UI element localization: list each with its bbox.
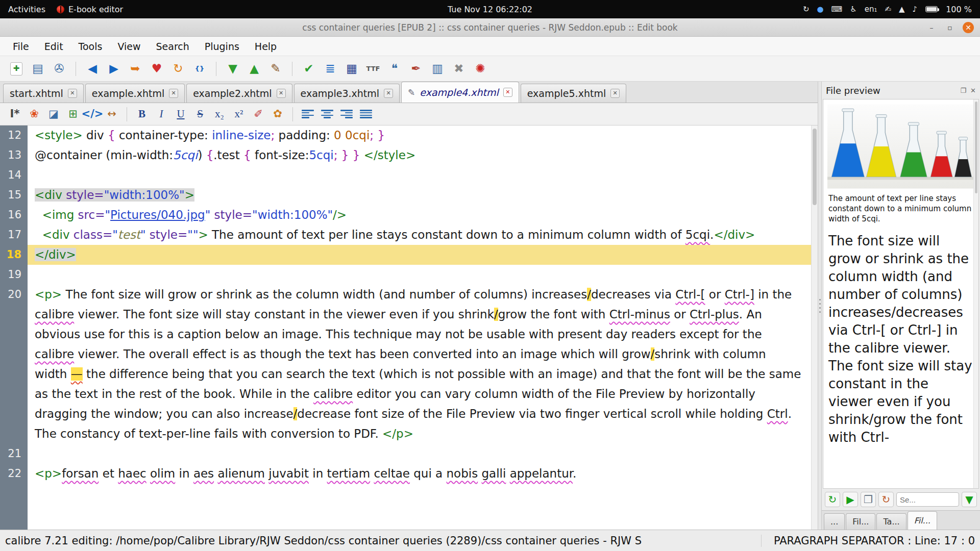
donate-button[interactable]: ♥	[148, 60, 166, 78]
detach-preview-button[interactable]: ❐	[861, 492, 876, 507]
tab-close-icon[interactable]: ✕	[384, 89, 393, 98]
dock-tab-[interactable]: ...	[824, 513, 845, 530]
refresh-preview-button[interactable]: ↻	[825, 492, 840, 507]
clock[interactable]: Tue Nov 12 06:22:02	[448, 5, 532, 14]
braces-button[interactable]: {}	[190, 60, 209, 78]
menu-tools[interactable]: Tools	[71, 37, 110, 56]
italic-button[interactable]: I	[153, 106, 170, 122]
tab-close-icon[interactable]: ✕	[610, 89, 620, 98]
preview-scrollbar[interactable]	[973, 99, 978, 488]
next-change-button[interactable]: ▼	[224, 60, 242, 78]
code-line[interactable]: 20<p> The font size will grow or shrink …	[0, 285, 811, 444]
beautify-button[interactable]: ≣	[321, 60, 339, 78]
dock-tab-Fil[interactable]: Fil...	[846, 513, 875, 530]
code-line[interactable]: 17 <div class="test" style=""> The amoun…	[0, 225, 811, 245]
keyboard-layout-label[interactable]: en₁	[865, 5, 877, 14]
run-preview-button[interactable]: ▶	[843, 492, 858, 507]
input-method-icon[interactable]: ✍	[885, 5, 891, 14]
bold-button[interactable]: B	[133, 106, 151, 122]
panel-splitter[interactable]	[818, 82, 822, 530]
goto-button[interactable]: ➥	[126, 60, 144, 78]
tab-start.xhtml[interactable]: start.xhtml✕	[3, 84, 84, 103]
editor-scrollbar[interactable]	[811, 126, 818, 530]
activities-button[interactable]: Activities	[8, 5, 45, 14]
keyboard-icon[interactable]: ⌨	[831, 5, 843, 14]
menu-file[interactable]: File	[5, 37, 37, 56]
wifi-icon[interactable]: ▲	[899, 5, 905, 14]
align-center-button[interactable]	[318, 106, 336, 122]
smart-quotes-button[interactable]: ❝	[385, 60, 404, 78]
tab-example5.xhtml[interactable]: example5.xhtml✕	[521, 84, 626, 103]
dock-tab-Fil[interactable]: Fil...	[908, 511, 937, 530]
code-line[interactable]: 13@container (min-width:5cqi) {.test { f…	[0, 145, 811, 165]
insert-table-button[interactable]: ⊞	[64, 106, 82, 122]
align-right-button[interactable]	[338, 106, 355, 122]
volume-icon[interactable]: ♪	[913, 5, 918, 14]
arrows-button[interactable]: ↔	[103, 106, 120, 122]
minimize-button[interactable]: –	[926, 22, 937, 33]
tab-example4.xhtml[interactable]: ✎example4.xhtml✕	[401, 82, 519, 103]
subscript-button[interactable]: x₂	[211, 106, 228, 122]
code-editor[interactable]: 12<style> div { container-type: inline-s…	[0, 126, 818, 530]
dock-tab-Ta[interactable]: Ta...	[876, 513, 906, 530]
tab-close-icon[interactable]: ✕	[277, 89, 286, 98]
menu-view[interactable]: View	[110, 37, 148, 56]
tab-close-icon[interactable]: ✕	[68, 89, 77, 98]
palette-button[interactable]: ✿	[269, 106, 286, 122]
tab-close-icon[interactable]: ✕	[503, 88, 512, 97]
close-preview-icon[interactable]: ✕	[970, 87, 976, 94]
preview-search-input[interactable]	[896, 492, 959, 507]
code-line[interactable]: 19	[0, 265, 811, 285]
back-button[interactable]: ◀	[83, 60, 102, 78]
new-file-button[interactable]: ✚	[7, 60, 26, 78]
insert-image-button[interactable]: ◪	[45, 106, 62, 122]
sync-button[interactable]: ↻	[169, 60, 187, 78]
maximize-button[interactable]: ▫	[944, 22, 955, 33]
font-manager-button[interactable]: TTF	[364, 60, 382, 78]
pen-button[interactable]: ✎	[266, 60, 285, 78]
underline-button[interactable]: U	[172, 106, 189, 122]
strikethrough-button[interactable]: S	[191, 106, 209, 122]
save-button[interactable]: ✇	[50, 60, 68, 78]
app-indicator[interactable]: E-book editor	[57, 5, 123, 14]
code-line[interactable]: 22<p>forsan et haec olim in aes alienum …	[0, 464, 811, 484]
menu-help[interactable]: Help	[247, 37, 284, 56]
align-justify-button[interactable]	[357, 106, 375, 122]
reload-preview-button[interactable]: ↻	[878, 492, 894, 507]
tulip-button[interactable]: ❀	[26, 106, 43, 122]
forward-button[interactable]: ▶	[105, 60, 123, 78]
code-line[interactable]: 18</div>	[0, 245, 811, 265]
menu-edit[interactable]: Edit	[37, 37, 71, 56]
code-line[interactable]: 15<div style="width:100%">	[0, 185, 811, 205]
check-book-button[interactable]: ✺	[471, 60, 489, 78]
code-line[interactable]: 12<style> div { container-type: inline-s…	[0, 126, 811, 145]
tab-example.xhtml[interactable]: example.xhtml✕	[85, 84, 185, 103]
open-book-button[interactable]: ▤	[29, 60, 47, 78]
prev-change-button[interactable]: ▲	[245, 60, 263, 78]
code-view-button[interactable]: </>	[84, 106, 101, 122]
float-preview-icon[interactable]: ❐	[960, 87, 966, 94]
tools-button[interactable]: ✖	[450, 60, 468, 78]
book-view-button[interactable]: ▦	[342, 60, 361, 78]
spellcheck-button[interactable]: ✔	[300, 60, 318, 78]
tab-example3.xhtml[interactable]: example3.xhtml✕	[294, 84, 400, 103]
close-button[interactable]: ✕	[963, 22, 974, 33]
align-left-button[interactable]	[299, 106, 316, 122]
superscript-button[interactable]: x²	[230, 106, 248, 122]
reports-button[interactable]: ▥	[428, 60, 447, 78]
preview-scrollbar-thumb[interactable]	[975, 102, 977, 193]
editor-scrollbar-thumb[interactable]	[813, 129, 817, 205]
brush-button[interactable]: ✐	[250, 106, 267, 122]
privacy-indicator-icon[interactable]: ●	[817, 5, 824, 14]
window-titlebar[interactable]: css container queries [EPUB 2] :: css co…	[0, 18, 980, 37]
menu-plugins[interactable]: Plugins	[197, 37, 247, 56]
code-line[interactable]: 14	[0, 165, 811, 185]
tab-close-icon[interactable]: ✕	[169, 89, 178, 98]
update-indicator-icon[interactable]: ↻	[803, 5, 810, 14]
accessibility-icon[interactable]: ♿	[850, 5, 856, 14]
tab-example2.xhtml[interactable]: example2.xhtml✕	[186, 84, 292, 103]
insert-special-button[interactable]: ✒	[407, 60, 425, 78]
code-line[interactable]: 21	[0, 444, 811, 464]
code-line[interactable]: 16 <img src="Pictures/040.jpg" style="wi…	[0, 205, 811, 225]
preview-more-button[interactable]: ▼	[962, 492, 977, 507]
